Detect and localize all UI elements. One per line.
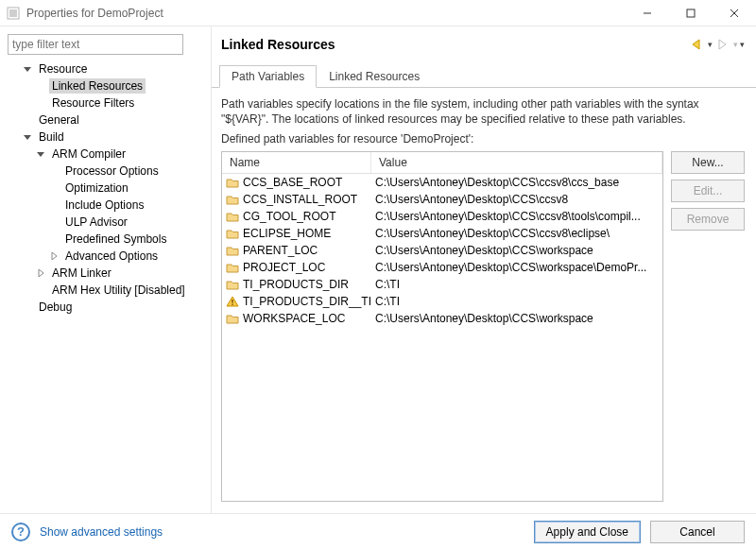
remove-button: Remove — [671, 208, 745, 231]
folder-icon — [226, 313, 239, 324]
tree-item[interactable]: Linked Resources — [8, 77, 203, 94]
forward-dropdown-icon[interactable]: ▾ — [733, 40, 738, 49]
tree-item-label: Processor Options — [62, 163, 162, 179]
tree-item-label: ARM Compiler — [49, 146, 129, 162]
app-icon — [6, 6, 21, 21]
new-button[interactable]: New... — [671, 151, 745, 174]
var-name: TI_PRODUCTS_DIR — [243, 278, 349, 291]
svg-rect-3 — [687, 9, 695, 17]
chevron-down-icon[interactable] — [34, 147, 47, 161]
tree-item-label: Build — [36, 129, 67, 145]
var-value: C:\Users\Antoney\Desktop\CCS\ccsv8\eclip… — [371, 227, 662, 240]
tree-item[interactable]: Resource Filters — [8, 94, 203, 112]
table-row[interactable]: WORKSPACE_LOCC:\Users\Antoney\Desktop\CC… — [222, 310, 662, 327]
folder-icon — [226, 262, 239, 273]
tree-item[interactable]: General — [8, 112, 203, 129]
tree-item-label: Debug — [36, 300, 75, 315]
tree-item[interactable]: Processor Options — [8, 163, 203, 180]
tree-item-label: Resource Filters — [49, 95, 137, 111]
maximize-button[interactable] — [669, 0, 713, 26]
column-value[interactable]: Value — [371, 152, 662, 173]
twisty-spacer — [47, 181, 60, 195]
twisty-spacer — [34, 283, 47, 297]
advanced-settings-link[interactable]: Show advanced settings — [40, 525, 163, 539]
description-text: Path variables specify locations in the … — [212, 88, 756, 130]
tree-item[interactable]: Predefined Symbols — [8, 231, 203, 248]
tree-item[interactable]: ARM Linker — [8, 265, 203, 282]
twisty-spacer — [47, 198, 60, 212]
edit-button: Edit... — [671, 180, 745, 202]
svg-rect-1 — [9, 9, 17, 17]
folder-icon — [226, 177, 239, 188]
tree-item-label: Advanced Options — [62, 249, 161, 264]
apply-close-button[interactable]: Apply and Close — [534, 521, 641, 543]
minimize-button[interactable] — [626, 0, 669, 26]
table-row[interactable]: CCS_BASE_ROOTC:\Users\Antoney\Desktop\CC… — [222, 174, 662, 191]
twisty-spacer — [21, 113, 34, 127]
settings-tree[interactable]: ResourceLinked ResourcesResource Filters… — [8, 60, 203, 316]
main-panel: Linked Resources ▾ ▾ ▾ Path VariablesLin… — [212, 26, 756, 513]
filter-input[interactable] — [8, 34, 183, 55]
tree-item[interactable]: Include Options — [8, 197, 203, 214]
chevron-right-icon[interactable] — [34, 266, 47, 280]
tree-item[interactable]: Resource — [8, 60, 203, 77]
var-name: CCS_BASE_ROOT — [243, 176, 342, 189]
var-name: TI_PRODUCTS_DIR__TIR... — [243, 295, 371, 308]
table-row[interactable]: PROJECT_LOCC:\Users\Antoney\Desktop\CCS\… — [222, 259, 662, 276]
var-value: C:\Users\Antoney\Desktop\CCS\ccsv8\tools… — [371, 210, 662, 223]
table-row[interactable]: CG_TOOL_ROOTC:\Users\Antoney\Desktop\CCS… — [222, 208, 662, 225]
tree-item-label: Predefined Symbols — [62, 232, 169, 247]
tree-item-label: Include Options — [62, 197, 146, 213]
page-title: Linked Resources — [221, 37, 689, 52]
tree-item[interactable]: Debug — [8, 299, 203, 316]
table-row[interactable]: TI_PRODUCTS_DIRC:\TI — [222, 276, 662, 293]
nav-toolbar: ▾ ▾ ▾ — [689, 36, 745, 53]
twisty-spacer — [47, 215, 60, 229]
var-value: C:\Users\Antoney\Desktop\CCS\workspace — [371, 244, 662, 257]
var-name: PROJECT_LOC — [243, 261, 325, 274]
folder-icon — [226, 211, 239, 222]
tree-item-label: Linked Resources — [49, 78, 146, 94]
variables-table[interactable]: Name Value CCS_BASE_ROOTC:\Users\Antoney… — [221, 151, 663, 502]
close-button[interactable] — [713, 0, 756, 26]
twisty-spacer — [47, 232, 60, 246]
var-value: C:\Users\Antoney\Desktop\CCS\ccsv8\ccs_b… — [371, 176, 662, 189]
table-header: Name Value — [222, 152, 662, 174]
cancel-button[interactable]: Cancel — [650, 521, 745, 543]
tree-item-label: Resource — [36, 61, 90, 77]
sidebar: ResourceLinked ResourcesResource Filters… — [0, 26, 212, 513]
var-name: PARENT_LOC — [243, 244, 318, 257]
var-name: CG_TOOL_ROOT — [243, 210, 335, 223]
window-controls — [626, 0, 756, 26]
forward-icon[interactable] — [714, 36, 731, 53]
chevron-right-icon[interactable] — [47, 249, 60, 263]
var-name: WORKSPACE_LOC — [243, 312, 345, 325]
table-row[interactable]: CCS_INSTALL_ROOTC:\Users\Antoney\Desktop… — [222, 191, 662, 208]
tree-item-label: Optimization — [62, 180, 131, 196]
tab[interactable]: Path Variables — [219, 65, 317, 88]
tree-item[interactable]: Optimization — [8, 180, 203, 197]
twisty-spacer — [34, 79, 47, 93]
column-name[interactable]: Name — [222, 152, 371, 173]
tree-item-label: ULP Advisor — [62, 214, 130, 230]
tree-item[interactable]: ULP Advisor — [8, 214, 203, 231]
tree-item[interactable]: ARM Hex Utility [Disabled] — [8, 282, 203, 299]
title-bar: Properties for DemoProject — [0, 0, 756, 26]
chevron-down-icon[interactable] — [21, 130, 34, 144]
tree-item-label: General — [36, 112, 82, 128]
var-value: C:\Users\Antoney\Desktop\CCS\workspace\D… — [371, 261, 662, 274]
help-icon[interactable]: ? — [11, 523, 30, 541]
table-row[interactable]: ECLIPSE_HOMEC:\Users\Antoney\Desktop\CCS… — [222, 225, 662, 242]
table-row[interactable]: TI_PRODUCTS_DIR__TIR...C:\TI — [222, 293, 662, 310]
tree-item[interactable]: Advanced Options — [8, 248, 203, 265]
var-name: CCS_INSTALL_ROOT — [243, 193, 357, 206]
view-menu-icon[interactable]: ▾ — [740, 40, 745, 49]
chevron-down-icon[interactable] — [21, 62, 34, 76]
table-row[interactable]: PARENT_LOCC:\Users\Antoney\Desktop\CCS\w… — [222, 242, 662, 259]
folder-icon — [226, 194, 239, 205]
tree-item[interactable]: Build — [8, 129, 203, 146]
tree-item[interactable]: ARM Compiler — [8, 146, 203, 163]
back-dropdown-icon[interactable]: ▾ — [708, 40, 713, 49]
tab[interactable]: Linked Resources — [317, 65, 432, 88]
back-icon[interactable] — [689, 36, 706, 53]
